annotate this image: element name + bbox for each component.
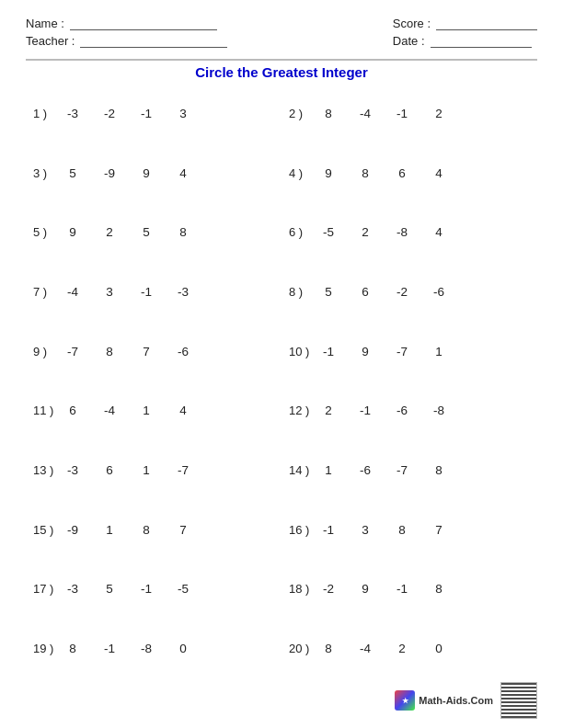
name-row: Name : [26, 17, 227, 30]
integer-value: 8 [316, 642, 340, 655]
date-line [431, 35, 532, 48]
problem-values: 9864 [316, 166, 451, 180]
problem-values: -29-18 [316, 582, 451, 596]
problem-values: 1-6-78 [316, 463, 451, 477]
header-right: Score : Date : [393, 17, 537, 48]
problem-values: -361-7 [61, 463, 195, 477]
date-label: Date : [393, 34, 425, 48]
integer-value: 6 [353, 285, 377, 299]
score-row: Score : [393, 17, 537, 30]
problem-row: 19 )8-1-80 [26, 619, 282, 678]
problem-row: 7 )-43-1-3 [26, 262, 282, 322]
date-row: Date : [393, 34, 537, 48]
problem-number: 12 ) [289, 404, 316, 417]
score-line [436, 17, 537, 30]
problem-values: 5-994 [61, 166, 195, 180]
integer-value: -7 [61, 345, 85, 358]
integer-value: -7 [390, 345, 414, 358]
integer-value: -1 [134, 107, 158, 120]
page: Name : Teacher : Score : Date : Circle t… [0, 0, 563, 728]
integer-value: 5 [134, 225, 158, 239]
integer-value: -3 [61, 463, 85, 477]
integer-value: 9 [61, 225, 85, 239]
problem-number: 11 ) [33, 404, 61, 417]
integer-value: 8 [427, 463, 451, 477]
problem-number: 20 ) [289, 642, 316, 655]
integer-value: -2 [316, 582, 340, 596]
integer-value: -4 [61, 285, 85, 299]
integer-value: 8 [427, 582, 451, 596]
integer-value: -7 [390, 463, 414, 477]
integer-value: 4 [427, 225, 451, 239]
qr-code [500, 682, 537, 719]
problem-values: 2-1-6-8 [316, 404, 451, 417]
problem-number: 2 ) [289, 107, 316, 120]
teacher-label: Teacher : [26, 34, 75, 48]
problem-values: -9187 [61, 523, 195, 537]
integer-value: 9 [353, 345, 377, 358]
integer-value: -6 [171, 345, 195, 358]
problem-number: 10 ) [289, 345, 316, 358]
integer-value: -9 [61, 523, 85, 537]
brand-badge: ★ Math-Aids.Com [395, 690, 493, 711]
integer-value: 2 [353, 225, 377, 239]
integer-value: -8 [390, 225, 414, 239]
problem-row: 1 )-3-2-13 [26, 84, 282, 143]
problem-number: 13 ) [33, 463, 61, 477]
problem-number: 7 ) [33, 285, 61, 299]
integer-value: -2 [390, 285, 414, 299]
integer-value: -2 [98, 107, 121, 120]
integer-value: 4 [171, 166, 195, 180]
integer-value: 6 [390, 166, 414, 180]
integer-value: -3 [171, 285, 195, 299]
integer-value: 8 [171, 225, 195, 239]
name-line [70, 17, 217, 30]
problem-number: 14 ) [289, 463, 316, 477]
problem-values: -787-6 [61, 345, 195, 358]
problem-row: 14 )1-6-78 [282, 440, 537, 500]
problem-row: 11 )6-414 [26, 381, 282, 440]
problem-row: 3 )5-994 [26, 143, 282, 203]
integer-value: -1 [134, 582, 158, 596]
integer-value: 0 [171, 642, 195, 655]
integer-value: -3 [61, 582, 85, 596]
integer-value: 3 [171, 107, 195, 120]
problem-values: -35-1-5 [61, 582, 195, 596]
problem-values: 6-414 [61, 404, 195, 417]
problem-row: 16 )-1387 [282, 500, 537, 560]
problem-values: 9258 [61, 225, 195, 239]
integer-value: -4 [98, 404, 121, 417]
integer-value: 8 [353, 166, 377, 180]
problem-values: 56-2-6 [316, 285, 451, 299]
integer-value: 6 [61, 404, 85, 417]
integer-value: 9 [134, 166, 158, 180]
integer-value: 2 [316, 404, 340, 417]
score-label: Score : [393, 17, 431, 30]
integer-value: -8 [427, 404, 451, 417]
integer-value: 5 [98, 582, 121, 596]
problem-values: -3-2-13 [61, 107, 195, 120]
integer-value: 2 [390, 642, 414, 655]
integer-value: 1 [98, 523, 121, 537]
integer-value: 7 [427, 523, 451, 537]
integer-value: -6 [427, 285, 451, 299]
problem-row: 8 )56-2-6 [282, 262, 537, 322]
integer-value: -1 [390, 107, 414, 120]
problem-row: 10 )-19-71 [282, 322, 537, 381]
problem-number: 18 ) [289, 582, 316, 596]
brand-name: Math-Aids.Com [419, 695, 493, 706]
integer-value: 3 [98, 285, 121, 299]
integer-value: 2 [98, 225, 121, 239]
integer-value: -7 [171, 463, 195, 477]
integer-value: -4 [353, 107, 377, 120]
integer-value: 8 [98, 345, 121, 358]
integer-value: 1 [134, 463, 158, 477]
problem-number: 5 ) [33, 225, 61, 239]
problem-values: -52-84 [316, 225, 451, 239]
problem-number: 9 ) [33, 345, 61, 358]
integer-value: -1 [390, 582, 414, 596]
problem-values: -43-1-3 [61, 285, 195, 299]
problem-row: 6 )-52-84 [282, 202, 537, 262]
integer-value: -1 [316, 523, 340, 537]
integer-value: 9 [316, 166, 340, 180]
